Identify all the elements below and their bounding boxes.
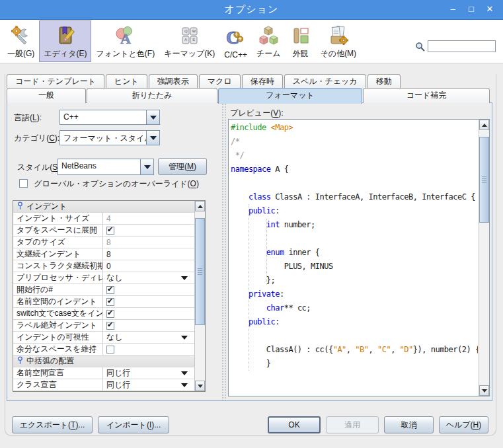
help-button[interactable]: ヘルプ(H) xyxy=(439,416,488,433)
option-value-cell[interactable]: 0 xyxy=(102,260,194,272)
close-button[interactable]: ✕ xyxy=(484,4,495,14)
options-table-scrollbar[interactable] xyxy=(194,201,205,391)
option-row[interactable]: 余分なスペースを維持 xyxy=(13,344,194,355)
category-combo[interactable]: フォーマット・スタイル xyxy=(59,130,160,145)
option-value-cell[interactable]: なし xyxy=(102,272,194,283)
option-row[interactable]: インデント・サイズ4 xyxy=(13,213,194,225)
splitter-handle[interactable] xyxy=(221,103,227,400)
option-label: 名前空間宣言 xyxy=(13,367,102,379)
option-row[interactable]: 開始行の# xyxy=(13,284,194,296)
option-value-cell[interactable]: 同じ行 xyxy=(102,379,194,391)
manage-styles-button[interactable]: 管理(M) xyxy=(158,158,207,175)
chevron-down-icon[interactable] xyxy=(181,336,188,340)
subtab-移動[interactable]: 移動 xyxy=(368,74,401,88)
subtab-コード・テンプレート[interactable]: コード・テンプレート xyxy=(7,74,104,88)
option-value-cell[interactable] xyxy=(102,320,194,331)
minimize-button[interactable]: – xyxy=(447,4,458,14)
option-value-cell[interactable]: なし xyxy=(102,332,194,343)
option-value-cell[interactable] xyxy=(102,296,194,307)
option-row[interactable]: クラス宣言同じ行 xyxy=(13,379,194,391)
option-section-header[interactable]: 中括弧の配置 xyxy=(13,355,194,367)
override-global-options-checkbox[interactable] xyxy=(19,179,28,188)
language-combo[interactable]: C++ xyxy=(59,110,160,125)
subtab-マクロ[interactable]: マクロ xyxy=(199,74,241,88)
option-section-header[interactable]: インデント xyxy=(13,201,194,213)
scroll-up-button[interactable] xyxy=(195,201,205,211)
scrollbar-thumb[interactable] xyxy=(479,137,489,223)
option-value-cell[interactable] xyxy=(102,284,194,295)
import-button[interactable]: インポート(I)... xyxy=(98,416,169,433)
subtab-強調表示[interactable]: 強調表示 xyxy=(149,74,198,88)
chevron-down-icon[interactable] xyxy=(146,131,159,145)
tab-コード補完[interactable]: コード補完 xyxy=(363,88,490,103)
option-value-cell[interactable]: 同じ行 xyxy=(102,367,194,379)
code-line xyxy=(231,329,478,343)
option-value-cell[interactable] xyxy=(102,308,194,319)
toolbar-item-misc[interactable]: その他(M) xyxy=(316,20,362,62)
svg-text:W: W xyxy=(192,29,196,33)
svg-text:S: S xyxy=(192,38,195,42)
style-label: スタイル(S): xyxy=(17,162,62,173)
option-value-cell[interactable] xyxy=(102,225,194,236)
option-row[interactable]: タブをスペースに展開 xyxy=(13,225,194,237)
toolbar-item-fonts-colors[interactable]: Aフォントと色(F) xyxy=(91,20,159,62)
code-line: }; xyxy=(231,274,478,287)
toolbar-item-appearance[interactable]: 外観 xyxy=(286,20,316,62)
option-label: ラベル絶対インデント xyxy=(13,320,102,331)
scroll-down-button[interactable] xyxy=(195,381,205,391)
scroll-down-button[interactable] xyxy=(479,385,489,396)
maximize-button[interactable]: □ xyxy=(466,4,477,14)
option-row[interactable]: switch文でcase文をインデ xyxy=(13,308,194,320)
export-button[interactable]: エクスポート(T)... xyxy=(12,416,93,433)
option-value-cell[interactable] xyxy=(102,344,194,355)
option-value-cell[interactable]: 8 xyxy=(102,248,194,260)
option-row[interactable]: インデントの可視性なし xyxy=(13,332,194,344)
option-checkbox[interactable] xyxy=(106,310,114,318)
option-row[interactable]: 文継続インデント8 xyxy=(13,248,194,260)
code-line: public: xyxy=(231,315,478,329)
tab-一般[interactable]: 一般 xyxy=(7,88,86,103)
subtab-スペル・チェッカ[interactable]: スペル・チェッカ xyxy=(284,74,366,88)
option-checkbox[interactable] xyxy=(106,227,114,235)
subtab-ヒント[interactable]: ヒント xyxy=(106,74,147,88)
chevron-down-icon[interactable] xyxy=(146,110,159,124)
toolbar-item-keymap[interactable]: QWASキーマップ(K) xyxy=(159,20,219,62)
option-row[interactable]: プリプロセッサ・ディレクなし xyxy=(13,272,194,284)
override-global-options-row[interactable]: グローバル・オプションのオーバーライド(O) xyxy=(19,178,199,190)
chevron-down-icon[interactable] xyxy=(140,159,153,174)
toolbar-item-team[interactable]: チーム xyxy=(252,20,286,62)
option-checkbox[interactable] xyxy=(106,298,114,306)
option-checkbox[interactable] xyxy=(106,286,114,294)
subtab-保存時[interactable]: 保存時 xyxy=(242,74,283,88)
option-value-cell[interactable]: 4 xyxy=(102,213,194,224)
option-checkbox[interactable] xyxy=(106,322,114,330)
scroll-up-button[interactable] xyxy=(479,120,489,130)
tab-フォーマット[interactable]: フォーマット xyxy=(218,88,362,104)
option-value-cell[interactable]: 8 xyxy=(102,237,194,248)
option-row[interactable]: コンストラクタ継続初期化0 xyxy=(13,260,194,272)
tab-折りたたみ[interactable]: 折りたたみ xyxy=(87,88,217,103)
option-row[interactable]: 名前空間宣言同じ行 xyxy=(13,367,194,379)
option-checkbox[interactable] xyxy=(106,346,114,354)
chevron-down-icon[interactable] xyxy=(181,276,188,280)
code-line: #include <Map> xyxy=(231,121,478,135)
code-line: namespace A { xyxy=(231,163,478,176)
toolbar-item-general[interactable]: 一般(G) xyxy=(3,20,39,62)
style-combo[interactable]: NetBeans xyxy=(58,159,154,175)
chevron-down-icon[interactable] xyxy=(181,371,188,375)
option-row[interactable]: 名前空間のインデント xyxy=(13,296,194,308)
toolbar-item-editor[interactable]: エディタ(E) xyxy=(39,20,91,62)
cpp-icon: C++ xyxy=(225,27,247,48)
option-label: クラス宣言 xyxy=(13,379,102,391)
scrollbar-thumb[interactable] xyxy=(195,218,205,325)
option-value: 4 xyxy=(106,214,111,223)
option-row[interactable]: ラベル絶対インデント xyxy=(13,320,194,332)
toolbar-item-cpp[interactable]: C++C/C++ xyxy=(219,20,252,62)
option-row[interactable]: タブのサイズ8 xyxy=(13,237,194,248)
svg-text:+: + xyxy=(235,31,238,38)
chevron-down-icon[interactable] xyxy=(181,383,188,387)
search-input[interactable] xyxy=(428,40,496,52)
cancel-button[interactable]: 取消 xyxy=(384,416,434,433)
preview-scrollbar[interactable] xyxy=(479,120,489,396)
ok-button[interactable]: OK xyxy=(268,416,321,433)
